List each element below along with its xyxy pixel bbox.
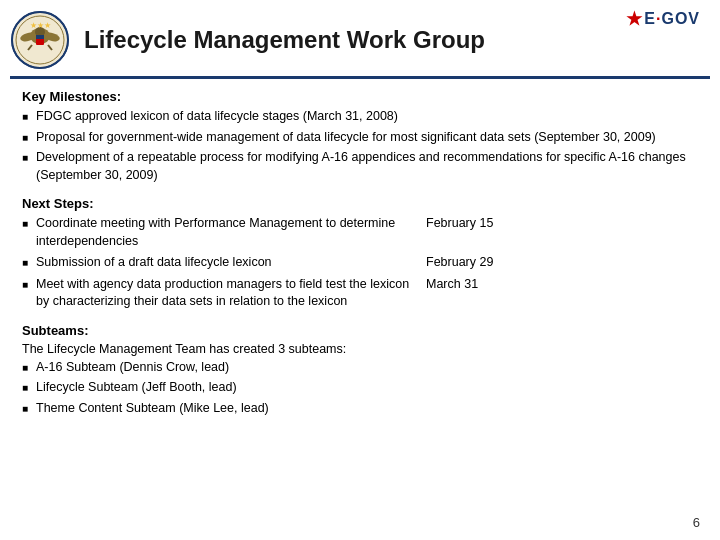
list-item: ■ Submission of a draft data lifecycle l…	[22, 254, 698, 272]
list-item: ■ A-16 Subteam (Dennis Crow, lead)	[22, 359, 698, 377]
bullet-icon: ■	[22, 110, 36, 124]
egov-star: ★	[626, 8, 642, 30]
subteam-item-2: Lifecycle Subteam (Jeff Booth, lead)	[36, 379, 698, 397]
next-steps-list: ■ Coordinate meeting with Performance Ma…	[22, 215, 698, 311]
bullet-icon: ■	[22, 151, 36, 165]
list-item: ■ Coordinate meeting with Performance Ma…	[22, 215, 698, 250]
list-item: ■ Proposal for government-wide managemen…	[22, 129, 698, 147]
list-item: ■ Meet with agency data production manag…	[22, 276, 698, 311]
milestones-list: ■ FDGC approved lexicon of data lifecycl…	[22, 108, 698, 184]
milestone-item-3: Development of a repeatable process for …	[36, 149, 698, 184]
header: ★★★ Lifecycle Management Work Group ★ E·…	[0, 0, 720, 76]
bullet-icon: ■	[22, 131, 36, 145]
page-number: 6	[693, 515, 700, 530]
bullet-icon: ■	[22, 217, 36, 231]
bullet-icon: ■	[22, 361, 36, 375]
subteams-title: Subteams:	[22, 323, 698, 338]
egov-text: E·GOV	[644, 10, 700, 28]
subteam-item-3: Theme Content Subteam (Mike Lee, lead)	[36, 400, 698, 418]
seal-logo: ★★★	[10, 10, 70, 70]
page-title: Lifecycle Management Work Group	[84, 26, 700, 54]
list-item: ■ Lifecycle Subteam (Jeff Booth, lead)	[22, 379, 698, 397]
subteams-list: ■ A-16 Subteam (Dennis Crow, lead) ■ Lif…	[22, 359, 698, 418]
next-steps-section: Next Steps: ■ Coordinate meeting with Pe…	[22, 196, 698, 311]
next-step-1-text: Coordinate meeting with Performance Mana…	[36, 215, 416, 250]
bullet-icon: ■	[22, 402, 36, 416]
next-step-1-date: February 15	[416, 215, 536, 233]
list-item: ■ FDGC approved lexicon of data lifecycl…	[22, 108, 698, 126]
next-step-3-text: Meet with agency data production manager…	[36, 276, 416, 311]
svg-rect-7	[36, 35, 44, 39]
next-step-3-date: March 31	[416, 276, 536, 294]
milestone-item-1: FDGC approved lexicon of data lifecycle …	[36, 108, 698, 126]
next-steps-title: Next Steps:	[22, 196, 698, 211]
milestones-title: Key Milestones:	[22, 89, 698, 104]
subteams-intro: The Lifecycle Management Team has create…	[22, 342, 698, 356]
bullet-icon: ■	[22, 381, 36, 395]
milestone-item-2: Proposal for government-wide management …	[36, 129, 698, 147]
list-item: ■ Theme Content Subteam (Mike Lee, lead)	[22, 400, 698, 418]
svg-text:★★★: ★★★	[30, 21, 51, 30]
page: ★★★ Lifecycle Management Work Group ★ E·…	[0, 0, 720, 540]
bullet-icon: ■	[22, 278, 36, 292]
next-step-2-date: February 29	[416, 254, 536, 272]
content-area: Key Milestones: ■ FDGC approved lexicon …	[0, 79, 720, 437]
subteams-section: Subteams: The Lifecycle Management Team …	[22, 323, 698, 418]
next-step-2-text: Submission of a draft data lifecycle lex…	[36, 254, 416, 272]
egov-logo: ★ E·GOV	[626, 8, 700, 30]
subteam-item-1: A-16 Subteam (Dennis Crow, lead)	[36, 359, 698, 377]
milestones-section: Key Milestones: ■ FDGC approved lexicon …	[22, 89, 698, 184]
bullet-icon: ■	[22, 256, 36, 270]
list-item: ■ Development of a repeatable process fo…	[22, 149, 698, 184]
